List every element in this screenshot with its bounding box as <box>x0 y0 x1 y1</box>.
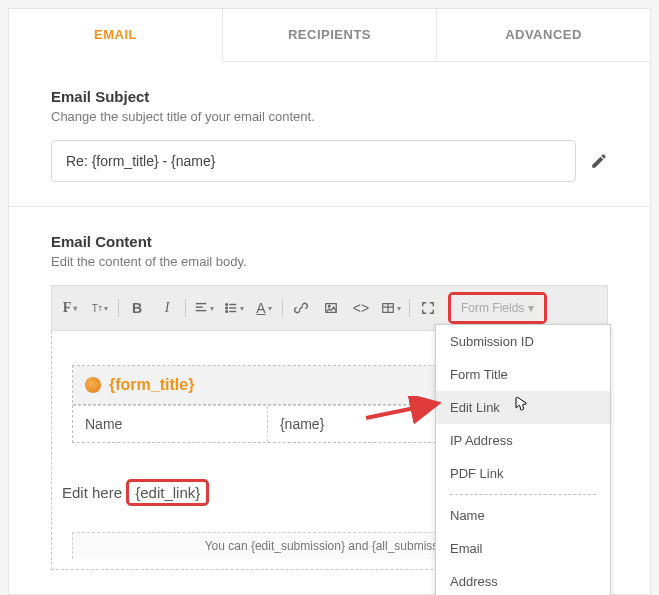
email-content-title: Email Content <box>51 233 608 250</box>
italic-button[interactable]: I <box>153 295 181 321</box>
form-title-token: {form_title} <box>109 376 194 394</box>
list-button[interactable]: ▾ <box>220 295 248 321</box>
svg-point-5 <box>226 307 228 309</box>
dropdown-item-pdf-link[interactable]: PDF Link <box>436 457 610 490</box>
svg-point-7 <box>226 311 228 313</box>
dropdown-item-edit-link[interactable]: Edit Link <box>436 391 610 424</box>
text-color-button[interactable]: A▾ <box>250 295 278 321</box>
bold-button[interactable]: B <box>123 295 151 321</box>
form-fields-button[interactable]: Form Fields ▾ <box>451 295 544 321</box>
font-family-button[interactable]: F▾ <box>56 295 84 321</box>
image-button[interactable] <box>317 295 345 321</box>
toolbar-separator <box>409 299 410 317</box>
dropdown-item-submission-id[interactable]: Submission ID <box>436 325 610 358</box>
dropdown-item-ip-address[interactable]: IP Address <box>436 424 610 457</box>
toolbar-separator <box>282 299 283 317</box>
dropdown-item-address[interactable]: Address <box>436 565 610 595</box>
svg-point-10 <box>328 305 330 307</box>
fullscreen-button[interactable] <box>414 295 442 321</box>
toolbar-separator <box>185 299 186 317</box>
form-fields-dropdown: Submission ID Form Title Edit Link IP Ad… <box>435 324 611 595</box>
toolbar-separator <box>118 299 119 317</box>
edit-here-prefix: Edit here <box>62 484 126 501</box>
subject-row <box>51 140 608 182</box>
settings-card: EMAIL RECIPIENTS ADVANCED Email Subject … <box>8 8 651 207</box>
tabs-bar: EMAIL RECIPIENTS ADVANCED <box>9 9 650 62</box>
tab-advanced[interactable]: ADVANCED <box>437 9 650 61</box>
email-subject-desc: Change the subject title of your email c… <box>51 109 608 124</box>
dropdown-item-name[interactable]: Name <box>436 499 610 532</box>
subject-input[interactable] <box>51 140 576 182</box>
tab-recipients[interactable]: RECIPIENTS <box>223 9 437 61</box>
jotform-logo-icon <box>85 377 101 393</box>
dropdown-item-email[interactable]: Email <box>436 532 610 565</box>
tab-email[interactable]: EMAIL <box>9 9 223 62</box>
email-content-desc: Edit the content of the email body. <box>51 254 608 269</box>
code-button[interactable]: <> <box>347 295 375 321</box>
edit-link-token: {edit_link} <box>135 484 200 501</box>
email-subject-title: Email Subject <box>51 88 608 105</box>
font-size-button[interactable]: TT▾ <box>86 295 114 321</box>
dropdown-divider <box>450 494 596 495</box>
svg-point-3 <box>226 304 228 306</box>
link-button[interactable] <box>287 295 315 321</box>
table-button[interactable]: ▾ <box>377 295 405 321</box>
form-fields-highlight: Form Fields ▾ <box>448 292 547 324</box>
dropdown-item-form-title[interactable]: Form Title <box>436 358 610 391</box>
field-label-name: Name <box>73 406 268 442</box>
edit-link-highlight: {edit_link} <box>126 479 209 506</box>
align-button[interactable]: ▾ <box>190 295 218 321</box>
email-subject-section: Email Subject Change the subject title o… <box>9 62 650 206</box>
edit-subject-icon[interactable] <box>590 152 608 170</box>
